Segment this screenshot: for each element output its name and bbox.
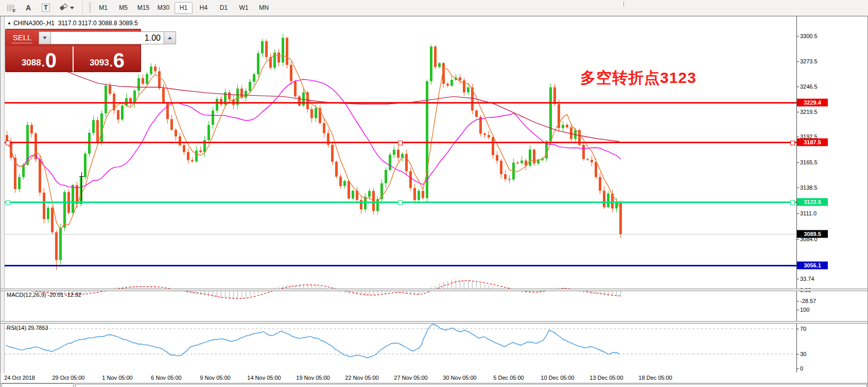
rsi-scale-label: 30 [800,351,806,357]
level-handle[interactable] [398,141,403,145]
macd-scale-label: -28.57 [800,298,816,304]
level-handle[interactable] [398,200,403,205]
volume-decrease-button[interactable] [39,31,51,44]
price-tick-label: 3300.5 [800,33,818,39]
level-badge-3056.1: 3056.1 [797,261,828,269]
timeframe-button-m1[interactable]: M1 [94,2,112,14]
time-tick-label: 30 Nov 05:00 [443,375,476,381]
volume-increase-button[interactable] [164,31,176,44]
price-tick-label: 3111.0 [800,210,817,216]
window-left-gutter [1,16,5,387]
time-tick-label: 24 Oct 2018 [4,375,35,381]
price-tick-label: 3246.5 [800,83,818,90]
timeframe-button-m30[interactable]: M30 [154,2,172,14]
top-toolbar: F A T M1M5M15M30H1H4D1W1MN [0,0,868,16]
time-tick-label: 27 Nov 05:00 [394,375,427,381]
axis-tick [796,36,799,37]
grid-properties-icon[interactable]: F [4,2,18,13]
axis-tick [796,162,799,163]
horizontal-scrollbar[interactable] [75,384,867,387]
axis-tick [796,279,799,279]
level-handle[interactable] [790,200,795,205]
pane-divider-macd[interactable] [1,289,867,291]
level-handle[interactable] [6,141,10,145]
level-badge-3229.4: 3229.4 [797,99,828,107]
timeframe-button-w1[interactable]: W1 [235,2,253,14]
current-price-badge: 3089.5 [797,230,828,238]
axis-tick [796,239,799,240]
sell-price-display[interactable]: 3088.0 [6,46,74,72]
price-tick-label: 3273.5 [800,58,818,64]
level-line-3229.4[interactable] [5,102,796,104]
time-tick-label: 22 Nov 05:00 [345,375,378,381]
time-tick-label: 5 Dec 05:00 [493,375,524,381]
level-handle[interactable] [790,141,795,145]
price-axis-line [796,16,797,373]
time-tick-label: 10 Dec 05:00 [541,375,574,381]
sell-button[interactable]: SELL [6,29,39,46]
axis-tick [796,329,799,329]
arrow-tool-icon[interactable]: A [22,2,35,13]
price-tick-label: 3138.5 [800,184,818,191]
arrow-up-icon [168,37,172,39]
rsi-scale-label: 0 [800,365,803,372]
axis-tick [796,188,799,188]
rsi-scale-label: 100 [800,307,809,313]
time-tick-label: 18 Dec 05:00 [638,375,672,381]
toolbar-mark [623,2,624,7]
axis-tick [796,213,799,214]
level-line-3056.1[interactable] [5,265,796,266]
axis-tick [796,61,799,62]
bottom-strip [1,383,867,387]
arrow-down-icon [43,37,47,39]
axis-tick [796,354,799,355]
time-tick-label: 9 Nov 05:00 [200,375,230,381]
shapes-tool-icon[interactable] [57,2,77,13]
buy-price-display[interactable]: 3093.6 [74,46,141,72]
time-tick-label: 1 Nov 05:00 [102,375,132,381]
toolbar-drag-handle[interactable] [89,3,91,13]
buy-button[interactable]: BUY [176,29,209,46]
chart-window: ▲CHINA300-,H1 3117.0 3117.0 3088.8 3089.… [0,16,868,387]
mt4-terminal: F A T M1M5M15M30H1H4D1W1MN ▲CHINA300-,H1… [0,0,868,387]
timeframe-button-h1[interactable]: H1 [175,2,193,14]
level-handle[interactable] [6,200,10,205]
macd-label: MACD(12,26,9) -20.01 -12.92 [7,292,81,298]
time-tick-label: 14 Nov 05:00 [247,375,281,381]
time-axis[interactable]: 24 Oct 201829 Oct 05:001 Nov 05:006 Nov … [1,373,867,383]
macd-scale-label: 33.74 [800,276,814,282]
price-tick-label: 3165.5 [800,159,818,165]
chart-annotation-text[interactable]: 多空转折点3123 [580,68,697,89]
timeframe-button-h4[interactable]: H4 [195,2,213,14]
timeframe-button-mn[interactable]: MN [255,2,273,14]
price-tick-label: 3219.5 [800,109,818,115]
axis-tick [796,137,799,137]
rsi-label: RSI(14) 29.7853 [7,325,48,331]
chevron-down-icon[interactable] [70,7,74,9]
toolbar-separator [82,2,83,13]
time-tick-label: 29 Oct 05:00 [53,375,85,381]
axis-tick [796,368,799,369]
chart-tab[interactable] [2,383,74,387]
timeframe-buttons: M1M5M15M30H1H4D1W1MN [93,2,274,14]
level-badge-3187.5: 3187.5 [797,138,828,146]
one-click-trade-panel: SELL BUY 3088.0 3093.6 [5,29,141,72]
volume-input[interactable] [51,31,164,44]
timeframe-button-d1[interactable]: D1 [215,2,233,14]
axis-tick [796,301,799,301]
time-tick-label: 6 Nov 05:00 [151,375,181,381]
rsi-scale-label: 70 [800,326,806,332]
text-label-tool-icon[interactable]: T [39,2,53,13]
time-tick-label: 13 Dec 05:00 [589,375,623,381]
timeframe-button-m15[interactable]: M15 [134,2,152,14]
rsi-pane-canvas[interactable] [5,308,796,373]
axis-tick [796,112,799,112]
timeframe-button-m5[interactable]: M5 [114,2,132,14]
axis-tick [796,310,799,310]
time-tick-label: 19 Nov 05:00 [296,375,329,381]
axis-tick [796,87,799,87]
pane-divider-rsi[interactable] [1,321,867,324]
level-badge-3123.5: 3123.5 [797,198,828,206]
